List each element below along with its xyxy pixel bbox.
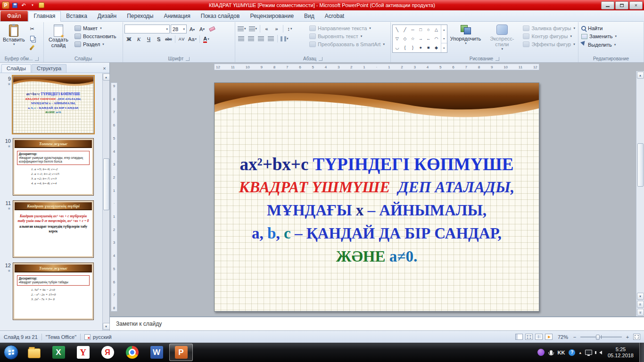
font-dialog-launcher[interactable] — [186, 57, 190, 61]
normal-view-button[interactable] — [515, 334, 523, 340]
thumbnails-scrollbar[interactable]: ▴ ▾ — [102, 73, 109, 330]
paste-button[interactable]: Вставить ▾ — [1, 23, 26, 55]
shape-option[interactable]: ○ — [425, 27, 432, 33]
zoom-level[interactable]: 72% — [558, 334, 568, 340]
shape-option[interactable]: ▽ — [394, 36, 400, 41]
scroll-up-button[interactable]: ▴ — [103, 74, 110, 81]
bold-button[interactable]: Ж — [124, 35, 133, 43]
italic-button[interactable]: К — [134, 35, 143, 43]
find-button[interactable]: Найти — [580, 25, 618, 32]
ribbon-tab-Рецензирование[interactable]: Рецензирование — [245, 11, 299, 21]
tab-outline[interactable]: Структура — [32, 64, 66, 73]
font-color-button[interactable]: А▾ — [202, 35, 211, 43]
shape-option[interactable]: ☆ — [410, 36, 416, 41]
slideshow-view-button[interactable] — [545, 334, 553, 340]
maximize-button[interactable] — [615, 1, 628, 9]
strikethrough-button[interactable]: abc — [164, 35, 173, 43]
excel-taskbar-button[interactable]: X — [47, 344, 70, 361]
shape-option[interactable]: → — [417, 36, 424, 41]
save-button[interactable] — [11, 1, 18, 9]
quick-styles-button[interactable]: Экспресс-стили ▾ — [484, 23, 520, 55]
slide-thumbnail-12[interactable]: Топпен жұмысДескриптор:•Квадрат үшмүшені… — [13, 263, 94, 320]
ribbon-tab-Переходы[interactable]: Переходы — [122, 11, 158, 21]
tab-slides[interactable]: Слайды — [1, 64, 31, 73]
ribbon-tab-Главная[interactable]: Главная — [28, 11, 61, 22]
shape-option[interactable]: ─ — [410, 27, 416, 33]
shape-option[interactable]: ● — [417, 45, 424, 50]
shape-option[interactable]: ◡ — [394, 45, 400, 50]
paragraph-dialog-launcher[interactable] — [319, 57, 322, 61]
bullets-button[interactable]: ▾ — [237, 25, 247, 33]
notes-pane[interactable]: Заметки к слайду — [110, 316, 644, 330]
horizontal-ruler[interactable]: 121110987654321·123456789101112 — [214, 64, 539, 70]
copy-button[interactable] — [28, 34, 37, 42]
change-case-button[interactable]: Аа▾ — [187, 35, 198, 43]
zoom-in-button[interactable]: + — [624, 334, 631, 340]
slide-thumbnail-10[interactable]: Топпен жұмысДескриптор:•Квадрат үшмүше қ… — [13, 138, 94, 196]
ribbon-tab-Дизайн[interactable]: Дизайн — [92, 11, 122, 21]
shape-option[interactable]: ◇ — [402, 36, 408, 41]
text-direction-button[interactable]: Направление текста▾ — [308, 25, 386, 32]
spellcheck-icon[interactable] — [84, 334, 91, 340]
ribbon-tab-Вид[interactable]: Вид — [299, 11, 320, 21]
qat-customize-button[interactable]: ▾ — [29, 1, 36, 9]
slide-thumbnail-9[interactable]: ax²+bx+c ТҮРІНДЕГІ КӨПМҮШЕКВАДРАТ ҮШМҮШЕ… — [13, 76, 94, 133]
character-spacing-button[interactable]: AV — [177, 35, 186, 43]
volume-icon[interactable] — [597, 351, 602, 354]
ribbon-tab-Анимация[interactable]: Анимация — [158, 11, 195, 21]
vertical-scrollbar[interactable]: ▴ ▾ « « — [636, 71, 644, 316]
clipboard-dialog-launcher[interactable] — [35, 57, 39, 61]
microphone-icon[interactable] — [550, 350, 553, 355]
shape-outline-button[interactable]: Контур фигуры▾ — [521, 33, 577, 40]
slide-text[interactable]: ax²+bx+c ТҮРІНДЕГІ КӨПМҮШЕКВАДРАТ ҮШМҮШЕ… — [215, 153, 539, 268]
font-size-select[interactable]: 28▾ — [171, 25, 187, 33]
help-icon[interactable]: ? — [569, 349, 575, 356]
slide-sorter-view-button[interactable] — [525, 334, 533, 340]
numbering-button[interactable]: ▾ — [248, 25, 258, 33]
reset-button[interactable]: Восстановить — [73, 33, 117, 40]
powerpoint-app-icon[interactable]: P — [2, 1, 9, 9]
yandex-taskbar-button[interactable]: Y — [71, 344, 95, 361]
format-painter-button[interactable] — [28, 43, 37, 52]
shape-option[interactable]: △ — [433, 27, 439, 33]
shape-option[interactable]: } — [410, 45, 416, 50]
close-panel-button[interactable]: × — [101, 65, 108, 72]
scroll-down-button[interactable]: ▾ — [103, 323, 110, 330]
language-indicator[interactable]: русский — [93, 334, 111, 340]
vertical-ruler[interactable]: 987654321·12345678 — [111, 82, 117, 312]
cut-button[interactable]: ✂ — [28, 25, 37, 33]
word-taskbar-button[interactable]: W — [145, 344, 168, 361]
scroll-down-button[interactable]: ▾ — [637, 293, 644, 300]
tray-app-icon[interactable] — [537, 349, 545, 356]
reading-view-button[interactable] — [535, 334, 543, 340]
clock[interactable]: 5:25 05.12.2018 — [606, 346, 636, 359]
explorer-taskbar-button[interactable] — [22, 344, 46, 361]
undo-button[interactable]: ↶ — [20, 1, 27, 9]
zoom-out-button[interactable]: − — [571, 334, 578, 340]
text-shadow-button[interactable]: S — [154, 35, 163, 43]
decrease-font-button[interactable]: А▾ — [198, 25, 206, 33]
browser-taskbar-button[interactable]: Я — [96, 344, 119, 361]
select-button[interactable]: Выделить▾ — [580, 41, 618, 49]
layout-button[interactable]: Макет▾ — [73, 25, 117, 32]
ribbon-tab-Acrobat[interactable]: Acrobat — [320, 11, 349, 21]
shape-fill-button[interactable]: Заливка фигуры▾ — [521, 25, 577, 32]
shape-option[interactable]: ◆ — [433, 45, 439, 50]
align-center-button[interactable] — [247, 34, 256, 43]
addin-button[interactable] — [38, 1, 45, 9]
shapes-scroll-down-button[interactable]: ▾ — [441, 34, 447, 43]
powerpoint-taskbar-button[interactable]: P — [169, 344, 193, 361]
decrease-indent-button[interactable]: « — [262, 25, 271, 33]
show-hidden-icons-button[interactable]: ▴ — [579, 350, 581, 355]
close-button[interactable]: × — [629, 1, 643, 9]
align-right-button[interactable] — [256, 34, 265, 43]
ribbon-tab-Вставка[interactable]: Вставка — [61, 11, 92, 21]
scrollbar-thumb[interactable] — [637, 143, 644, 187]
arrange-button[interactable]: Упорядочить ▾ — [449, 23, 482, 55]
convert-smartart-button[interactable]: Преобразовать в SmartArt▾ — [308, 41, 386, 48]
shapes-more-button[interactable]: ▾ — [441, 43, 447, 52]
shape-option[interactable]: ╱ — [402, 27, 408, 33]
align-text-button[interactable]: Выровнять текст▾ — [308, 33, 386, 40]
section-button[interactable]: Раздел▾ — [73, 41, 117, 48]
show-desktop-button[interactable] — [639, 343, 644, 362]
